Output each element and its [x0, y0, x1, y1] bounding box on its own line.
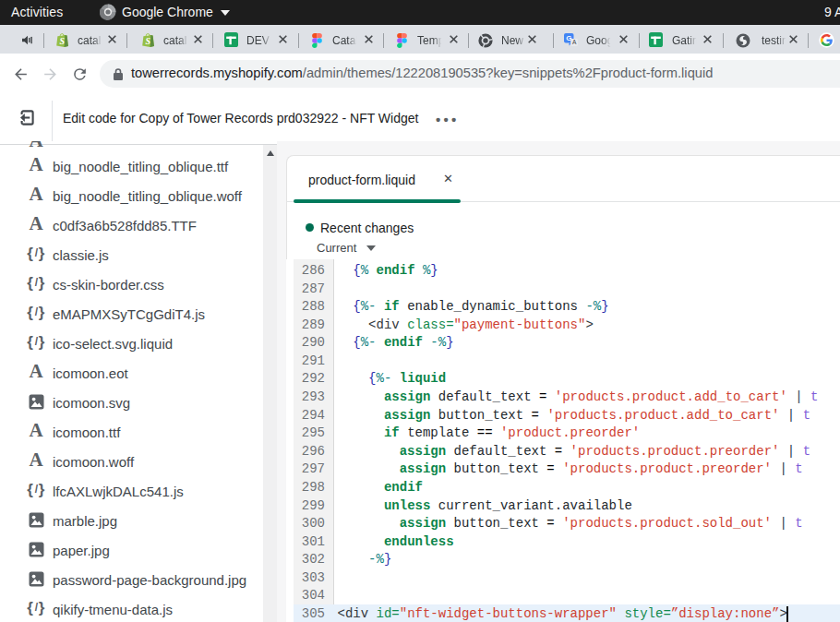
svg-text:A: A	[572, 39, 577, 45]
svg-text:S: S	[145, 36, 150, 46]
svg-text:S: S	[59, 36, 65, 46]
